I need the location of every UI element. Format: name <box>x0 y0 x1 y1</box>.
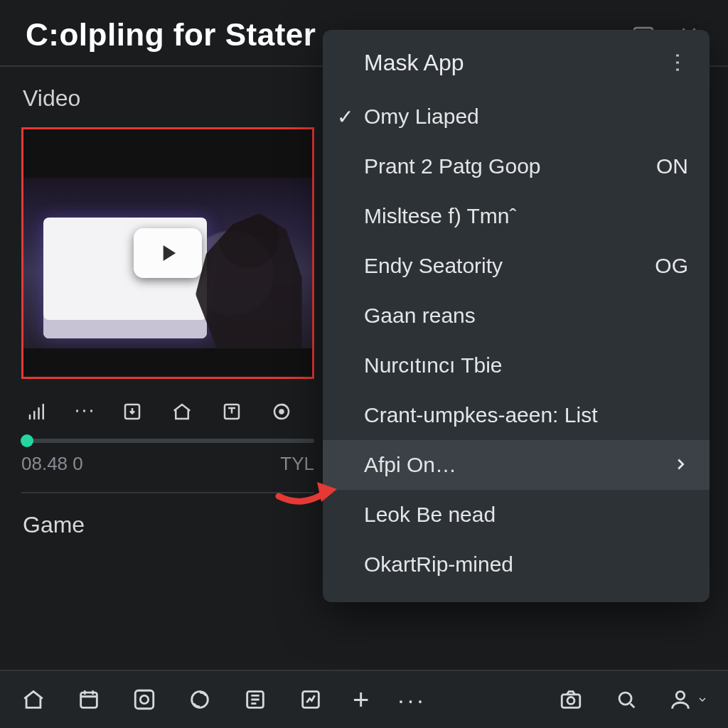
page-title: C:olpling for Stater <box>26 17 316 53</box>
menu-header: Mask App ⋯ <box>323 37 710 92</box>
video-progress[interactable] <box>21 439 314 443</box>
menu-item-afpi-on[interactable]: Afpi On… <box>323 440 710 490</box>
video-preview[interactable] <box>21 127 314 379</box>
svg-point-14 <box>676 692 684 700</box>
search-icon[interactable] <box>613 686 640 713</box>
toolbar-more-icon[interactable]: ⋮ <box>75 401 95 422</box>
time-elapsed: 08.48 0 <box>21 453 83 475</box>
target-refresh-icon[interactable] <box>269 399 294 424</box>
menu-item-label: Endy Seatority <box>364 254 503 278</box>
svg-point-4 <box>280 410 284 414</box>
video-progress-handle[interactable] <box>21 434 33 447</box>
more-icon[interactable]: ··· <box>397 686 426 714</box>
save-box-icon[interactable] <box>119 399 145 424</box>
context-menu: Mask App ⋯ Omy Liaped Prant 2 Patg Goop … <box>323 30 710 602</box>
menu-item-prant-patg-goop[interactable]: Prant 2 Patg Goop ON <box>323 141 710 191</box>
account-menu[interactable] <box>668 687 708 712</box>
svg-rect-5 <box>81 692 97 707</box>
menu-item-label: Nurcıtıncı Tbie <box>364 353 503 378</box>
svg-point-12 <box>567 697 574 704</box>
menu-more-icon[interactable]: ⋯ <box>668 50 690 75</box>
menu-item-crant-umpkes-list[interactable]: Crant-umpkes-aeen: List <box>323 390 710 440</box>
calendar-icon[interactable] <box>75 686 102 713</box>
svg-point-7 <box>140 695 148 703</box>
menu-item-gaan-reans[interactable]: Gaan reans <box>323 291 710 341</box>
menu-item-label: Leok Be nead <box>364 503 496 527</box>
menu-item-label: Omy Liaped <box>364 105 479 129</box>
menu-title: Mask App <box>364 50 464 76</box>
record-icon[interactable] <box>131 686 158 713</box>
add-button[interactable]: + <box>353 685 369 714</box>
menu-item-okartrip-mined[interactable]: OkartRip-mined <box>323 540 710 589</box>
menu-item-value: ON <box>656 154 688 178</box>
video-play-overlay[interactable] <box>23 129 312 377</box>
camera-icon[interactable] <box>557 686 584 713</box>
chevron-right-icon <box>673 453 688 477</box>
menu-item-nurcitinci-tbie[interactable]: Nurcıtıncı Tbie <box>323 341 710 390</box>
archive-box-icon[interactable] <box>219 399 245 424</box>
menu-item-label: Prant 2 Patg Goop <box>364 154 541 178</box>
menu-item-endy-seatority[interactable]: Endy Seatority OG <box>323 241 710 291</box>
caret-down-icon <box>697 694 708 705</box>
chart-up-icon[interactable] <box>297 686 324 713</box>
menu-item-omy-liaped[interactable]: Omy Liaped <box>323 92 710 141</box>
video-time-row: 08.48 0 TYL <box>21 453 314 493</box>
home-icon[interactable] <box>20 686 47 713</box>
signal-bars-icon[interactable] <box>24 399 50 424</box>
menu-item-label: OkartRip-mined <box>364 552 513 577</box>
svg-point-13 <box>619 692 631 705</box>
settings-sync-icon[interactable] <box>186 686 213 713</box>
annotation-arrow <box>274 468 338 520</box>
menu-item-label: Misltese f) Tmnˆ <box>364 204 516 228</box>
play-button[interactable] <box>134 228 202 278</box>
home-icon[interactable] <box>169 399 195 424</box>
menu-item-value: OG <box>655 254 688 278</box>
svg-rect-6 <box>135 690 154 709</box>
menu-item-misltese-tmn[interactable]: Misltese f) Tmnˆ <box>323 191 710 241</box>
notes-icon[interactable] <box>242 686 269 713</box>
menu-item-leok-be-nead[interactable]: Leok Be nead <box>323 490 710 540</box>
bottom-bar: + ··· <box>0 670 728 728</box>
menu-item-label: Gaan reans <box>364 304 476 328</box>
menu-item-label: Crant-umpkes-aeen: List <box>364 403 597 427</box>
menu-item-label: Afpi On… <box>364 453 456 477</box>
